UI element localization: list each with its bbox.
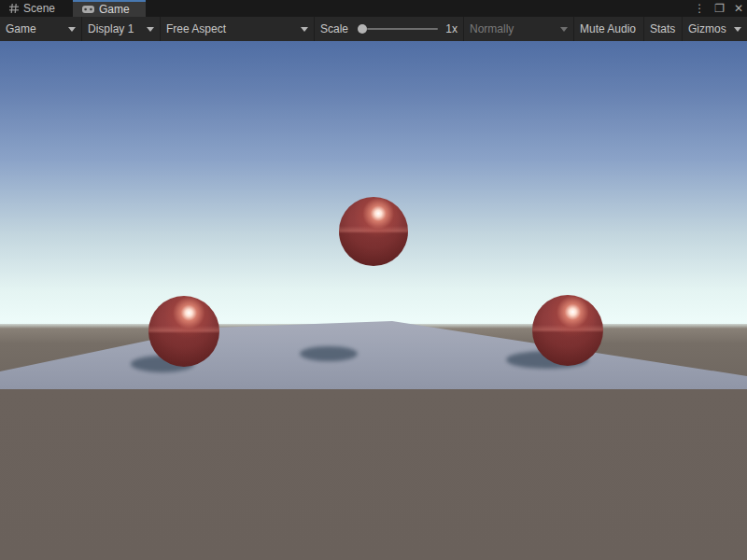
red-sphere-right xyxy=(532,295,603,366)
slider-track[interactable] xyxy=(367,28,438,30)
aspect-ratio-dropdown[interactable]: Free Aspect xyxy=(161,17,315,41)
game-menu-label: Game xyxy=(6,22,63,35)
grid-icon xyxy=(9,4,19,13)
playmode-label: Normally xyxy=(470,22,555,35)
close-icon[interactable]: ✕ xyxy=(734,0,743,17)
chevron-down-icon xyxy=(301,27,308,32)
red-sphere-center xyxy=(339,197,408,266)
foreground-ground xyxy=(0,389,747,560)
tab-scene-label: Scene xyxy=(23,2,55,15)
scale-label: Scale xyxy=(320,22,348,35)
chevron-down-icon xyxy=(560,27,568,32)
scale-control: Scale 1x xyxy=(315,17,464,41)
display-label: Display 1 xyxy=(88,22,141,35)
mute-audio-button[interactable]: Mute Audio xyxy=(574,17,644,41)
window-controls: ⋮ ❐ ✕ xyxy=(694,0,743,17)
gizmos-label: Gizmos xyxy=(688,22,728,35)
tab-bar: Scene Game ⋮ ❐ ✕ xyxy=(0,0,747,17)
tab-game[interactable]: Game xyxy=(73,0,146,17)
maximize-icon[interactable]: ❐ xyxy=(714,0,725,17)
chevron-down-icon xyxy=(734,27,741,32)
scale-slider[interactable] xyxy=(358,24,438,34)
slider-knob[interactable] xyxy=(358,24,367,34)
playmode-dropdown[interactable]: Normally xyxy=(464,17,574,41)
tab-game-label: Game xyxy=(99,3,130,16)
chevron-down-icon xyxy=(68,27,76,32)
gizmos-dropdown[interactable]: Gizmos xyxy=(683,17,747,41)
kebab-menu-icon[interactable]: ⋮ xyxy=(694,0,705,17)
display-dropdown[interactable]: Display 1 xyxy=(82,17,161,41)
tab-scene[interactable]: Scene xyxy=(0,0,73,17)
game-viewport[interactable] xyxy=(0,41,747,560)
sky-gradient xyxy=(0,41,747,324)
stats-button[interactable]: Stats xyxy=(644,17,683,41)
game-view-toolbar: Game Display 1 Free Aspect Scale 1x Norm… xyxy=(0,17,747,41)
game-menu-dropdown[interactable]: Game xyxy=(0,17,82,41)
chevron-down-icon xyxy=(147,27,154,32)
aspect-ratio-label: Free Aspect xyxy=(166,22,295,35)
gamepad-icon xyxy=(82,6,94,13)
red-sphere-center-shadow xyxy=(300,346,358,361)
red-sphere-left xyxy=(148,296,219,367)
scale-value: 1x xyxy=(445,22,458,35)
stats-label: Stats xyxy=(650,22,676,35)
mute-audio-label: Mute Audio xyxy=(580,22,638,35)
